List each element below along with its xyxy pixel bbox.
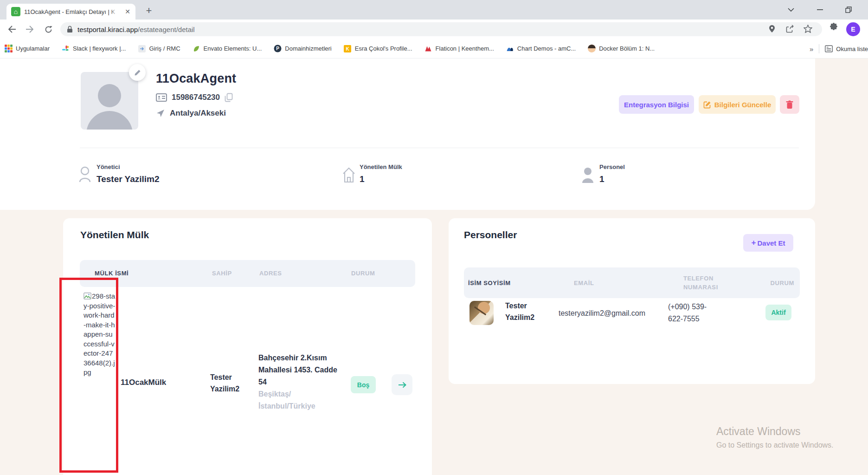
agent-phone: 15986745230 (172, 93, 220, 102)
apps-grid-icon (5, 45, 13, 52)
flaticon-icon (424, 45, 432, 52)
staff-card-title: Personeller (464, 229, 517, 241)
stat-managed-property: Yönetilen Mülk1 (342, 163, 402, 187)
integration-info-button[interactable]: Entegrasyon Bilgisi (619, 95, 694, 114)
id-card-icon (156, 93, 167, 102)
property-status-badge: Boş (351, 376, 376, 393)
column-durum: DURUM (351, 270, 375, 277)
agent-phone-row: 15986745230 (156, 93, 233, 102)
stat-manager: YöneticiTester Yazilim2 (79, 163, 160, 187)
invite-staff-button[interactable]: + Davet Et (743, 234, 793, 252)
agent-location-row: Antalya/Akseki (156, 109, 231, 118)
avatar-face-icon (588, 45, 596, 52)
new-tab-button[interactable]: + (142, 4, 156, 18)
tab-search-chevron-icon[interactable] (783, 0, 799, 20)
staff-table-header: İSİM SOYİSİM EMAİL TELEFON NUMARASI DURU… (464, 267, 800, 298)
lock-icon (67, 26, 73, 33)
extensions-puzzle-icon[interactable] (829, 22, 839, 34)
bookmark-chart-demos[interactable]: Chart Demos - amC... (506, 45, 576, 52)
amcharts-icon (506, 45, 514, 52)
managed-properties-card: Yönetilen Mülk MÜLK İSMİ SAHİP ADRES DUR… (63, 218, 432, 475)
red-annotation-rectangle (59, 278, 118, 473)
svg-text:P: P (276, 46, 279, 51)
stat-label: Yönetilen Mülk (360, 163, 402, 170)
column-mulk-ismi: MÜLK İSMİ (95, 270, 129, 277)
p-circle-icon: P (274, 45, 282, 52)
bookmark-slack[interactable]: Slack | flexywork |... (62, 45, 126, 52)
column-email: EMAİL (574, 280, 594, 286)
edit-avatar-button[interactable] (129, 64, 146, 81)
person-filled-icon (582, 165, 599, 187)
navigation-icon (156, 109, 165, 118)
plus-icon: + (752, 238, 756, 247)
browser-profile-avatar[interactable]: E (846, 22, 860, 36)
reading-list-icon[interactable] (825, 45, 833, 53)
person-outline-icon (79, 165, 96, 187)
close-tab-icon[interactable]: ✕ (123, 7, 132, 16)
copy-icon[interactable] (225, 93, 233, 102)
staff-email: testeryazilim2@gmail.com (559, 309, 645, 318)
bookmark-giris-rmc[interactable]: Giriş / RMC (138, 45, 180, 52)
agent-location: Antalya/Akseki (170, 109, 226, 118)
tab-title: 11OcakAgent - Emlakçı Detayı | K (24, 8, 122, 15)
agent-avatar-placeholder (81, 72, 138, 130)
bookmark-domainhizmetleri[interactable]: P Domainhizmetleri (274, 45, 331, 52)
pencil-icon (134, 69, 141, 76)
staff-avatar-photo (469, 301, 494, 325)
bookmarks-overflow-chevrons[interactable]: » (810, 45, 813, 53)
stat-value: 1 (599, 174, 625, 184)
forward-icon[interactable] (23, 23, 36, 36)
bookmarks-bar: Uygulamalar Slack | flexywork |... Giriş… (0, 39, 868, 59)
update-info-button[interactable]: Bilgileri Güncelle (699, 95, 776, 114)
svg-text:K: K (346, 46, 350, 52)
bookmark-star-icon[interactable] (804, 25, 813, 34)
browser-toolbar: testportal.kiraci.app/estateagent/detail… (0, 20, 868, 39)
delete-agent-button[interactable] (780, 95, 799, 114)
bookmark-docker[interactable]: Docker Bölüm 1: N... (588, 45, 655, 52)
bookmark-flaticon[interactable]: Flaticon | Keenthem... (424, 45, 494, 52)
bookmark-esra-cokol[interactable]: K Esra Çokol's Profile... (344, 45, 412, 52)
share-icon[interactable] (786, 25, 795, 34)
arrow-right-icon (398, 382, 406, 388)
trash-icon (786, 100, 793, 109)
restore-window-icon[interactable] (841, 0, 856, 20)
rmc-icon (138, 45, 146, 52)
activate-windows-watermark: Activate Windows Go to Settings to activ… (716, 425, 834, 449)
properties-table-header: MÜLK İSMİ SAHİP ADRES DURUM (80, 260, 415, 287)
agent-header-card: 11OcakAgent 15986745230 Antalya/Akseki E… (0, 59, 815, 210)
stat-label: Yönetici (96, 163, 160, 170)
property-detail-arrow-button[interactable] (392, 374, 412, 395)
header-divider (80, 148, 799, 148)
url-address-bar[interactable]: testportal.kiraci.app/estateagent/detail (60, 22, 822, 36)
staff-phone: (+090) 539-622-7555 (668, 301, 720, 325)
stat-label: Personel (599, 163, 625, 170)
minimize-window-icon[interactable] (812, 0, 828, 20)
reload-icon[interactable] (42, 23, 55, 36)
k-square-icon: K (344, 45, 352, 52)
staff-card: Personeller + Davet Et İSİM SOYİSİM EMAİ… (449, 218, 815, 384)
back-icon[interactable] (6, 23, 19, 36)
stat-staff: Personel1 (582, 163, 625, 187)
property-owner: Tester Yazilim2 (210, 371, 249, 395)
site-favicon-icon: ⌂ (11, 7, 20, 16)
bookmarks-divider (819, 44, 819, 53)
column-staff-durum: DURUM (771, 280, 794, 286)
bookmark-apps[interactable]: Uygulamalar (5, 45, 50, 52)
tab-strip: ⌂ 11OcakAgent - Emlakçı Detayı | K ✕ + (0, 0, 868, 20)
home-outline-icon (342, 165, 360, 187)
property-address-sub: Beşiktaş/ İstanbul/Türkiye (258, 388, 341, 412)
slack-icon (62, 45, 70, 52)
browser-tab[interactable]: ⌂ 11OcakAgent - Emlakçı Detayı | K ✕ (6, 4, 135, 20)
reading-list-label[interactable]: Okuma liste (836, 46, 868, 52)
staff-name: Tester Yazilim2 (505, 300, 549, 323)
column-isim-soyisim: İSİM SOYİSİM (468, 280, 511, 286)
property-address-main: Bahçesehir 2.Kısım Mahallesi 1453. Cadde… (258, 352, 341, 388)
staff-status-badge: Aktif (765, 305, 791, 320)
agent-name: 11OcakAgent (156, 72, 236, 86)
location-pin-icon[interactable] (768, 25, 778, 34)
bookmark-envato[interactable]: Envato Elements: U... (193, 45, 262, 52)
stat-value: Tester Yazilim2 (96, 174, 160, 184)
url-text: testportal.kiraci.app/estateagent/detail (77, 26, 195, 33)
tab-title-fade (109, 7, 122, 20)
edit-pencil-square-icon (703, 101, 711, 109)
